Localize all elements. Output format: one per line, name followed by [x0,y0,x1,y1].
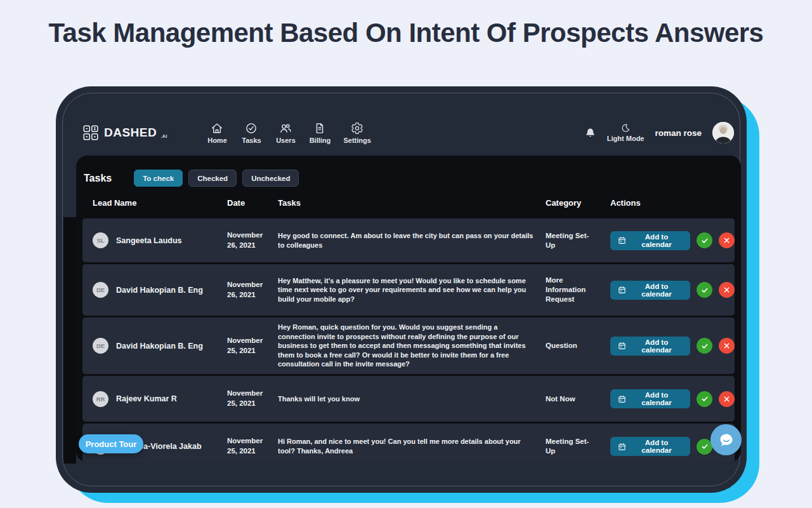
check-icon [701,342,709,350]
add-to-calendar-button[interactable]: Add to calendar [610,389,690,408]
reject-button[interactable] [719,282,735,298]
task-date: November 25, 2021 [227,336,272,356]
task-text: Hi Roman, and nice to meet you! Can you … [278,437,546,455]
tasks-check-icon [245,122,258,135]
light-mode-label: Light Mode [607,135,645,142]
add-to-calendar-button[interactable]: Add to calendar [610,337,690,356]
header-right-group: Light Mode roman rose [584,122,738,144]
task-rows: SL Sangeeta Laudus November 26, 2021 Hey… [82,218,735,462]
x-icon [723,237,730,244]
filter-to-check[interactable]: To check [134,170,183,187]
task-date: November 25, 2021 [227,436,272,456]
lead-avatar: DE [93,282,108,298]
home-icon [211,122,223,135]
nav-item-tasks[interactable]: Tasks [240,122,262,144]
reject-button[interactable] [719,391,735,407]
lead-avatar: SL [93,232,108,248]
dashboard-card: DASHED .AI Home [56,86,747,493]
column-lead-name: Lead Name [93,198,227,208]
add-to-calendar-button[interactable]: Add to calendar [610,437,690,456]
billing-document-icon [313,122,326,135]
task-text: Hey good to connect. Am about to leave t… [278,231,546,250]
approve-button[interactable] [697,391,712,407]
chat-launcher-button[interactable] [710,424,742,455]
task-text: Hey Roman, quick question for you. Would… [278,323,546,369]
brand-logo[interactable]: DASHED .AI [82,124,167,141]
nav-label: Users [276,137,296,144]
lead-name: David Hakopian B. Eng [116,342,203,351]
page-title: Task Management Based On Intent Of Prosp… [0,18,812,48]
table-header: Lead Name Date Tasks Category Actions [82,198,735,208]
app-window: DASHED .AI Home [56,86,747,493]
moon-icon [620,123,631,133]
task-text: Thanks will let you know [278,394,546,404]
add-to-calendar-label: Add to calendar [631,283,683,298]
task-category: Meeting Set-Up [546,231,594,250]
task-date: November 26, 2021 [227,231,272,250]
filter-unchecked[interactable]: Unchecked [242,170,299,187]
x-icon [723,396,730,403]
filter-checked[interactable]: Checked [188,170,237,187]
user-avatar[interactable] [712,122,734,144]
table-row: Andreea-Viorela Jakab November 25, 2021 … [82,424,735,462]
task-category: Question [546,341,594,351]
reject-button[interactable] [719,338,735,354]
tasks-panel: Tasks To check Checked Unchecked Lead Na… [76,156,741,462]
task-category: Meeting Set-Up [546,437,594,456]
column-actions: Actions [610,198,735,208]
nav-label: Settings [343,137,370,144]
calendar-icon [618,236,626,244]
brand-suffix: .AI [160,133,167,139]
column-date: Date [227,198,278,208]
reject-button[interactable] [719,232,735,248]
check-icon [701,443,709,450]
approve-button[interactable] [697,232,712,248]
light-mode-toggle[interactable]: Light Mode [607,123,645,142]
calendar-icon [618,342,626,350]
table-row: SL Sangeeta Laudus November 26, 2021 Hey… [82,218,735,262]
nav-label: Home [207,137,227,144]
lead-avatar: RR [93,391,108,407]
add-to-calendar-label: Add to calendar [631,439,683,454]
approve-button[interactable] [697,282,712,298]
nav-item-settings[interactable]: Settings [343,122,370,144]
chat-bubble-icon [718,432,735,448]
lead-name: Sangeeta Laudus [116,236,182,245]
task-date: November 26, 2021 [227,280,272,300]
calendar-icon [618,395,626,403]
nav-label: Tasks [242,137,261,144]
nav-item-home[interactable]: Home [206,122,228,144]
nav-label: Billing [310,137,331,144]
task-date: November 25, 2021 [227,389,272,408]
brand-name: DASHED [104,126,157,140]
check-icon [701,237,709,244]
lead-name: Rajeev Kumar R [116,394,177,403]
tasks-panel-header: Tasks To check Checked Unchecked [76,156,741,187]
table-row: RR Rajeev Kumar R November 25, 2021 Than… [82,376,735,422]
notification-bell-icon[interactable] [584,127,596,139]
check-icon [701,286,709,294]
main-nav: Home Tasks [206,122,370,144]
add-to-calendar-button[interactable]: Add to calendar [610,281,690,300]
column-tasks: Tasks [278,198,546,208]
add-to-calendar-label: Add to calendar [631,391,683,406]
add-to-calendar-button[interactable]: Add to calendar [610,231,690,250]
add-to-calendar-label: Add to calendar [631,338,683,354]
approve-button[interactable] [697,338,712,354]
top-navigation-bar: DASHED .AI Home [56,110,747,155]
add-to-calendar-label: Add to calendar [631,233,683,248]
nav-item-users[interactable]: Users [275,122,296,144]
column-category: Category [546,198,610,208]
x-icon [723,342,730,349]
lead-avatar: DE [93,338,108,354]
nav-item-billing[interactable]: Billing [309,122,331,144]
task-category: More Information Request [546,276,594,304]
product-tour-button[interactable]: Product Tour [79,434,143,453]
calendar-icon [618,443,626,451]
calendar-icon [618,286,626,294]
lead-name: David Hakopian B. Eng [116,286,203,295]
users-icon [279,122,292,135]
check-icon [701,395,709,403]
task-filters: To check Checked Unchecked [134,170,299,187]
table-row: DE David Hakopian B. Eng November 25, 20… [82,318,735,374]
